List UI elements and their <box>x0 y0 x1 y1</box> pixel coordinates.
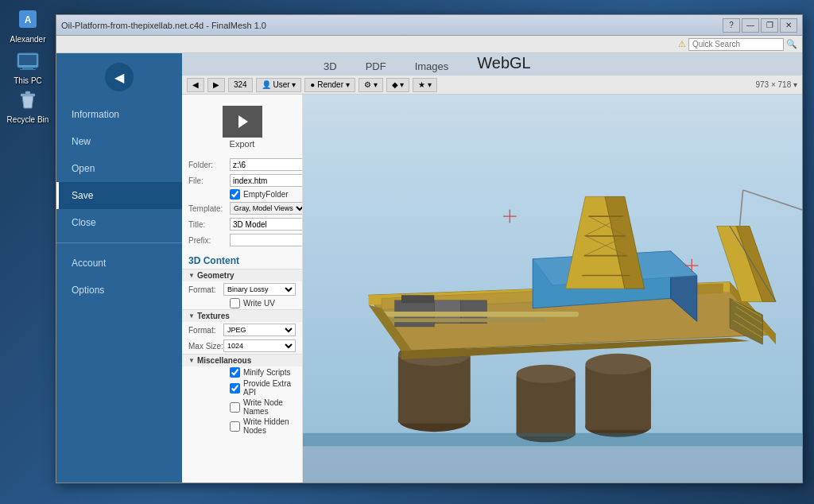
sidebar-item-options[interactable]: Options <box>56 277 182 304</box>
app-window: Oil-Platform-from-thepixellab.net.c4d - … <box>56 14 803 483</box>
title-bar: Oil-Platform-from-thepixellab.net.c4d - … <box>56 15 802 36</box>
viewport-3d[interactable] <box>303 95 802 483</box>
svg-rect-46 <box>382 312 579 317</box>
sidebar-nav: ◀ <box>56 53 182 101</box>
title-bar-buttons: ? — ❐ ✕ <box>723 18 797 33</box>
misc-item-2: Write Node Names <box>182 397 302 417</box>
search-icon[interactable]: 🔍 <box>786 39 797 49</box>
back-button[interactable]: ◀ <box>105 63 134 91</box>
content-section-title: 3D Content <box>188 255 239 266</box>
write-nodes-checkbox[interactable] <box>230 402 240 413</box>
tab-webgl[interactable]: WebGL <box>463 53 545 76</box>
section-title-area: 3D Content <box>182 248 302 269</box>
write-hidden-label: Write Hidden Nodes <box>243 417 296 435</box>
write-uv-checkbox[interactable] <box>230 298 240 308</box>
write-uv-row: Write UV <box>182 297 302 309</box>
geometry-header[interactable]: ▼ Geometry <box>182 269 302 281</box>
settings-btn[interactable]: ⚙ ▾ <box>359 78 383 92</box>
sidebar-item-new[interactable]: New <box>56 128 182 155</box>
desktop-icon-this-pc-label: This PC <box>14 76 42 86</box>
svg-point-14 <box>585 354 651 374</box>
prefix-label: Prefix: <box>188 236 230 245</box>
tex-format-select[interactable]: JPEG <box>223 324 296 336</box>
geometry-triangle: ▼ <box>188 272 195 279</box>
diamond-btn[interactable]: ◆ ▾ <box>386 78 410 92</box>
sidebar-item-open[interactable]: Open <box>56 155 182 182</box>
export-panel: Export Folder: 📁 File: <box>182 95 303 483</box>
minify-checkbox[interactable] <box>230 367 240 378</box>
tab-3d[interactable]: 3D <box>309 57 351 76</box>
geo-format-row: Format: Binary Lossy <box>182 281 302 297</box>
star-btn[interactable]: ★ ▾ <box>413 78 437 92</box>
empty-folder-checkbox[interactable] <box>230 189 240 200</box>
render-menu-btn[interactable]: ● Render ▾ <box>304 78 355 92</box>
file-row: File: <box>182 173 302 188</box>
content-area: ◀ Information New Open Save Close <box>56 53 802 483</box>
minimize-button[interactable]: — <box>742 18 759 33</box>
write-hidden-checkbox[interactable] <box>230 421 240 432</box>
frame-btn[interactable]: 324 <box>228 78 253 92</box>
app-title: Oil-Platform-from-thepixellab.net.c4d - … <box>61 21 266 30</box>
tex-maxsize-row: Max Size: 1024 <box>182 338 302 354</box>
empty-folder-row: EmptyFolder <box>182 188 302 200</box>
main-split: Export Folder: 📁 File: <box>182 95 802 483</box>
misc-label: Miscellaneous <box>197 356 251 365</box>
extra-api-label: Provide Extra API <box>243 379 296 397</box>
misc-header[interactable]: ▼ Miscellaneous <box>182 354 302 366</box>
svg-point-17 <box>517 365 576 383</box>
nav-back-btn[interactable]: ◀ <box>187 78 204 92</box>
main-tabs: 3D PDF Images WebGL <box>182 53 802 76</box>
misc-item-1: Provide Extra API <box>182 378 302 397</box>
template-select[interactable]: Gray, Model Views <box>230 202 303 215</box>
title-bar-left: Oil-Platform-from-thepixellab.net.c4d - … <box>61 21 266 30</box>
folder-input[interactable] <box>230 158 303 171</box>
write-nodes-label: Write Node Names <box>243 398 296 416</box>
sidebar-item-information[interactable]: Information <box>56 101 182 128</box>
tab-pdf[interactable]: PDF <box>351 57 401 76</box>
extra-api-checkbox[interactable] <box>230 383 240 394</box>
write-uv-label: Write UV <box>243 299 275 308</box>
search-input[interactable] <box>688 38 784 51</box>
sidebar-item-account[interactable]: Account <box>56 250 182 277</box>
geo-format-select[interactable]: Binary Lossy <box>223 283 296 296</box>
sidebar-divider <box>56 242 182 243</box>
desktop-icon-alexander-label: Alexander <box>10 35 45 45</box>
textures-header[interactable]: ▼ Textures <box>182 309 302 322</box>
help-button[interactable]: ? <box>723 18 740 33</box>
title-row: Title: <box>182 216 302 232</box>
title-input[interactable] <box>230 218 303 231</box>
desktop-icon-this-pc[interactable]: This PC <box>4 48 52 86</box>
toolbar: ⚠ 🔍 <box>56 36 802 53</box>
platform-svg <box>303 95 802 483</box>
nav-fwd-btn[interactable]: ▶ <box>207 78 225 92</box>
desktop-icon-recycle-bin-label: Recycle Bin <box>7 115 49 125</box>
misc-triangle: ▼ <box>188 357 195 364</box>
user-menu-btn[interactable]: 👤 User ▾ <box>256 78 302 92</box>
close-button[interactable]: ✕ <box>780 18 797 33</box>
svg-rect-5 <box>19 55 37 65</box>
viewport-size[interactable]: 973 × 718 ▾ <box>755 80 797 89</box>
geo-format-label: Format: <box>188 285 223 294</box>
export-play-button[interactable] <box>223 106 262 138</box>
file-label: File: <box>188 176 230 185</box>
svg-rect-16 <box>517 374 576 436</box>
title-label: Title: <box>188 220 230 229</box>
right-panel: 3D PDF Images WebGL ◀ ▶ 324 👤 User ▾ ● R… <box>182 53 802 483</box>
geometry-label: Geometry <box>197 271 235 280</box>
sidebar: ◀ Information New Open Save Close <box>56 53 182 483</box>
minify-label: Minify Scripts <box>243 368 290 377</box>
svg-rect-59 <box>303 433 802 447</box>
file-input[interactable] <box>230 174 303 187</box>
folder-label: Folder: <box>188 161 230 169</box>
tex-maxsize-label: Max Size: <box>188 342 223 351</box>
desktop-icon-recycle-bin[interactable]: Recycle Bin <box>4 87 52 125</box>
maximize-button[interactable]: ❐ <box>761 18 778 33</box>
sidebar-item-save[interactable]: Save <box>56 182 182 209</box>
warning-icon: ⚠ <box>678 39 686 49</box>
folder-row: Folder: 📁 <box>182 157 302 173</box>
desktop-icon-alexander[interactable]: A Alexander <box>4 6 52 45</box>
tab-images[interactable]: Images <box>401 57 463 76</box>
prefix-input[interactable] <box>230 234 303 246</box>
tex-maxsize-select[interactable]: 1024 <box>223 339 296 352</box>
sidebar-item-close[interactable]: Close <box>56 209 182 236</box>
